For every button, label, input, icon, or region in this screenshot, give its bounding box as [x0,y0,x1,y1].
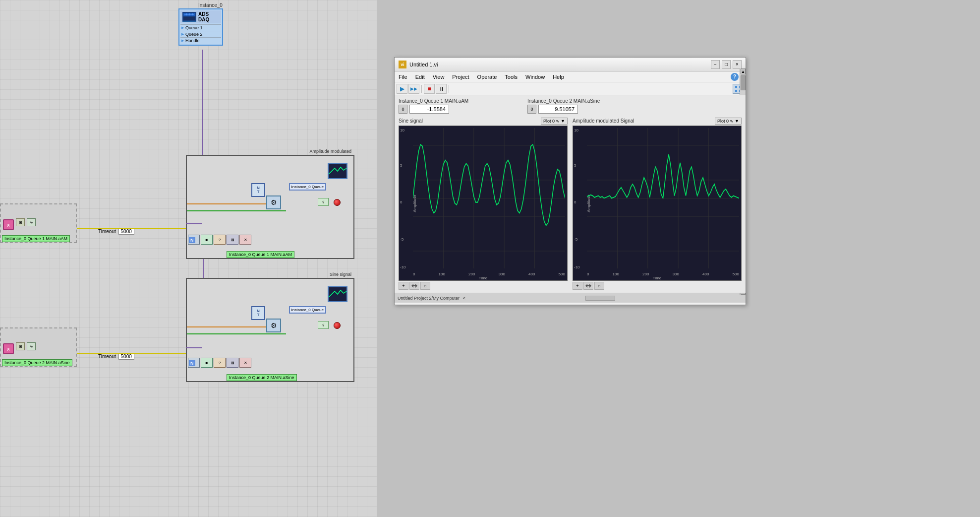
vi-chart1-container: Sine signal Plot 0 ∿ ▼ 10 5 0 -5 -10 Amp… [399,118,568,291]
dropdown-icon-2: ▼ [735,119,739,124]
run-btn[interactable]: ▶ [397,84,407,94]
ads-daq-instance-label: Instance_0 [198,2,233,8]
vi-chart2-toolbar: + ⌂ [573,281,742,291]
subdiag-lower-tag: Instance_0 Queue 2 MAIN.aSine [227,374,297,381]
menu-window[interactable]: Window [521,71,549,82]
channel-upper-label: Instance_0 Queue 1 MAIN.aAM [2,235,75,241]
bottom-block-u2: ■ [201,235,213,245]
small-block-upper1: ⊞ [16,218,25,226]
vi-chart2-plot-btn[interactable]: Plot 0 ∿ ▼ [715,118,742,125]
scroll-thumb[interactable] [741,75,746,90]
bottom-blocks-upper: ⊞ ■ ? ⊠ ✕ [187,234,252,246]
pause-icon: ⏸ [439,86,444,92]
chart2-y-max: 10 [574,128,578,132]
vi-channel2-label: Instance_0 Queue 2 MAIN.aSine [527,98,617,104]
run-cont-icon: ▶▶ [410,86,417,91]
vi-hscroll[interactable] [585,296,615,301]
vi-maximize-btn[interactable]: □ [722,60,731,69]
stop-btn[interactable]: ■ [424,84,435,94]
subdiag-upper-signal-title: Amplitude modulated [309,149,351,154]
svg-marker-24 [415,284,417,288]
vi-chart1-plot-btn[interactable]: Plot 0 ∿ ▼ [541,118,568,125]
menu-operate[interactable]: Operate [473,71,501,82]
vi-window: vi Untitled 1.vi − □ × File Edit View Pr… [394,57,746,305]
main-vertical-wire [202,50,203,166]
svg-rect-11 [735,90,737,92]
chart1-y-5: 5 [400,163,402,168]
menu-file[interactable]: File [395,71,411,82]
run-cont-btn[interactable]: ▶▶ [408,84,419,94]
scroll-up-btn[interactable]: ▲ [741,68,746,74]
nt-block-lower: N T [251,306,265,320]
svg-rect-6 [183,17,195,20]
vi-channel1-display: 0 -1.5584 [399,105,488,114]
ads-daq-block[interactable]: Instance_0 ADS DAQ Queue 1 [178,2,233,46]
chart2-y-0: 0 [574,200,576,204]
bottom-block-l4: ⊠ [227,358,238,368]
chart2-reset-btn[interactable]: ⌂ [594,282,604,290]
channel-upper-block: 8 ⊞ ∿ Instance_0 Queue 1 MAIN.aAM [0,203,77,243]
wire-inner-upper-g [187,210,286,211]
vi-chart2: 10 5 0 -5 -10 Amplitude [573,126,742,281]
n-label-upper: N [189,237,195,243]
ads-daq-port-queue1: Queue 1 [180,24,221,31]
ads-daq-title: ADS DAQ [198,11,219,22]
toolbar-sep1 [421,85,422,93]
channel-lower-label: Instance_0 Queue 2 MAIN.aSine [2,359,75,365]
chart1-y-min: -10 [400,265,406,269]
help-btn[interactable]: ? [731,73,739,81]
chart1-zoom-btn[interactable]: + [399,282,408,290]
chart2-pan-btn[interactable] [583,282,593,290]
block-diagram: Instance_0 ADS DAQ Queue 1 [0,0,377,517]
vi-channel2: Instance_0 Queue 2 MAIN.aSine 0 9.51057 [527,98,617,114]
wire-timeout-lower [77,353,186,354]
svg-rect-9 [735,86,737,88]
vi-minimize-btn[interactable]: − [711,60,720,69]
bottom-block-u3: ? [214,235,226,245]
stop-icon: ■ [427,85,431,92]
chart1-svg [413,128,565,268]
vi-statusbar: Untitled Project 2/My Computer < [395,293,746,303]
subdiag-lower-bottom-label: Instance_0 Queue 2 MAIN.aSine [227,374,297,380]
wire-timeout-upper [77,228,186,229]
vi-chart1-title: Sine signal [399,118,423,124]
vi-channel1: Instance_0 Queue 1 MAIN.aAM 0 -1.5584 [399,98,488,114]
menu-help[interactable]: Help [549,71,568,82]
nt-block-upper: N T [251,183,265,197]
chart1-pan-btn[interactable] [409,282,419,290]
vi-channels: Instance_0 Queue 1 MAIN.aAM 0 -1.5584 In… [395,95,746,116]
svg-marker-36 [589,284,591,288]
menu-edit[interactable]: Edit [411,71,429,82]
menu-tools[interactable]: Tools [501,71,521,82]
vi-chart1-header: Sine signal Plot 0 ∿ ▼ [399,118,568,125]
menu-view[interactable]: View [429,71,449,82]
vi-close-btn[interactable]: × [733,60,742,69]
small-block-lower2: ∿ [27,342,36,350]
vi-toolbar: ▶ ▶▶ ■ ⏸ [395,82,746,95]
vi-channel2-zero: 0 [527,105,536,114]
vi-title-icon: vi [399,61,406,68]
svg-marker-35 [585,284,587,288]
subdiag-upper-tag: Instance_0 Queue 1 MAIN.aAM [227,251,294,258]
subdiag-upper-bottom-label: Instance_0 Queue 1 MAIN.aAM [227,251,294,257]
vi-channel2-value: 9.51057 [538,105,578,114]
pause-btn[interactable]: ⏸ [436,84,447,94]
dropdown-icon-1: ▼ [561,119,565,124]
toolbar-sep2 [449,85,449,93]
queue-box-lower: Instance_0 Queue [289,306,326,314]
chart2-svg [587,128,739,268]
chart1-reset-btn[interactable]: ⌂ [420,282,430,290]
vi-chart2-header: Amplitude modulated Signal Plot 0 ∿ ▼ [573,118,742,125]
vi-chart2-container: Amplitude modulated Signal Plot 0 ∿ ▼ 10… [573,118,742,291]
vi-window-controls[interactable]: − □ × [711,60,742,69]
bottom-block-l3: ? [214,358,226,368]
ads-daq-icon [182,12,196,22]
chart1-y-max: 10 [400,128,404,132]
help-icon: ? [731,73,739,81]
pink-block-lower: 8 [3,343,14,354]
chart2-zoom-btn[interactable]: + [573,282,582,290]
run-icon: ▶ [400,85,404,92]
menu-project[interactable]: Project [448,71,473,82]
subdiag-upper: Amplitude modulated N T Instance_0 Queue… [186,155,354,259]
func-lower-1: √ [318,321,329,329]
